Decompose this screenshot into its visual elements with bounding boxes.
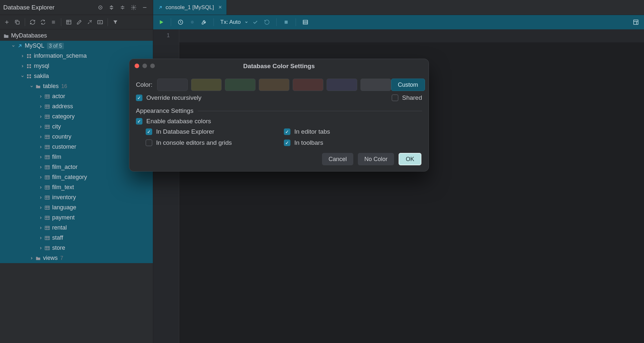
chevron-right-icon[interactable] xyxy=(38,94,44,99)
refresh-icon[interactable] xyxy=(28,17,37,27)
chevron-right-icon[interactable] xyxy=(38,124,44,130)
chevron-down-icon[interactable] xyxy=(10,43,16,49)
chevron-right-icon[interactable] xyxy=(38,114,44,120)
chevron-right-icon[interactable] xyxy=(38,104,44,110)
jump-icon[interactable] xyxy=(85,17,95,27)
in-console-checkbox[interactable] xyxy=(146,140,152,146)
svg-rect-23 xyxy=(45,125,49,128)
filter-icon[interactable] xyxy=(110,17,120,27)
chevron-right-icon[interactable] xyxy=(20,53,25,59)
tree-datasource[interactable]: MySQL 3 of 5 xyxy=(0,41,153,51)
color-swatch[interactable] xyxy=(225,79,256,91)
collapse-all-icon[interactable] xyxy=(118,3,127,12)
panel-header: Database Explorer xyxy=(0,0,153,15)
override-checkbox[interactable] xyxy=(136,95,142,101)
in-toolbars-checkbox[interactable] xyxy=(284,140,290,146)
chevron-right-icon[interactable] xyxy=(29,255,35,261)
editor-tabbar: console_1 [MySQL] × xyxy=(153,0,644,15)
chevron-right-icon[interactable] xyxy=(38,164,44,170)
expand-all-icon[interactable] xyxy=(107,3,116,12)
in-explorer-checkbox[interactable] xyxy=(146,128,152,135)
svg-rect-22 xyxy=(45,115,49,118)
svg-rect-39 xyxy=(303,20,308,24)
svg-rect-13 xyxy=(29,64,31,66)
color-swatch[interactable] xyxy=(360,79,391,91)
shared-checkbox[interactable] xyxy=(392,95,398,101)
shared-label: Shared xyxy=(402,94,422,101)
tx-mode[interactable]: Tx: Auto xyxy=(220,19,241,25)
tree-table[interactable]: language xyxy=(0,202,153,213)
dialog-titlebar[interactable]: Database Color Settings xyxy=(129,59,429,73)
tab-label: console_1 [MySQL] xyxy=(166,4,214,11)
run-icon[interactable] xyxy=(156,17,166,27)
chevron-right-icon[interactable] xyxy=(38,174,44,180)
tree-root[interactable]: MyDatabases xyxy=(0,31,153,41)
output-icon[interactable] xyxy=(300,17,310,27)
in-toolbars-label: In toolbars xyxy=(294,139,323,146)
tree-table[interactable]: inventory xyxy=(0,192,153,202)
svg-rect-17 xyxy=(29,74,31,76)
color-swatch[interactable] xyxy=(327,79,357,91)
chevron-right-icon[interactable] xyxy=(38,225,44,231)
duplicate-icon[interactable] xyxy=(12,17,22,27)
edit-icon[interactable] xyxy=(74,17,84,27)
tree-table[interactable]: film_text xyxy=(0,182,153,192)
layout-icon[interactable] xyxy=(631,17,641,27)
gear-icon[interactable] xyxy=(129,3,139,12)
table-icon[interactable] xyxy=(64,17,74,27)
stop-icon[interactable] xyxy=(49,17,58,27)
color-swatch[interactable] xyxy=(157,79,188,91)
chevron-right-icon[interactable] xyxy=(38,215,44,221)
color-swatch[interactable] xyxy=(191,79,222,91)
console-icon[interactable]: QL xyxy=(95,17,105,27)
chevron-right-icon[interactable] xyxy=(38,154,44,160)
window-close-icon[interactable] xyxy=(135,64,139,68)
chevron-right-icon[interactable] xyxy=(20,63,25,69)
schema-icon xyxy=(25,53,33,59)
color-swatch[interactable] xyxy=(259,79,289,91)
node-label: MyDatabases xyxy=(11,32,47,39)
chevron-right-icon[interactable] xyxy=(38,134,44,140)
chevron-down-icon[interactable] xyxy=(20,73,25,79)
stop-icon[interactable] xyxy=(281,17,291,27)
color-settings-dialog: Database Color Settings Color: Custom Ov… xyxy=(129,59,429,172)
history-icon[interactable] xyxy=(176,17,185,27)
chevron-right-icon[interactable] xyxy=(38,144,44,150)
cancel-button[interactable]: Cancel xyxy=(322,153,353,165)
in-tabs-checkbox[interactable] xyxy=(284,128,290,135)
table-icon xyxy=(44,125,51,129)
window-min-icon[interactable] xyxy=(142,64,147,68)
ok-button[interactable]: OK xyxy=(399,153,421,165)
chevron-down-icon[interactable] xyxy=(244,20,248,24)
chevron-right-icon[interactable] xyxy=(38,185,44,190)
tree-table[interactable]: store xyxy=(0,243,153,253)
chevron-right-icon[interactable] xyxy=(38,195,44,201)
add-icon[interactable] xyxy=(2,17,12,27)
minimize-icon[interactable] xyxy=(140,3,150,12)
no-color-button[interactable]: No Color xyxy=(358,153,394,165)
table-icon xyxy=(44,205,51,210)
dot-icon[interactable] xyxy=(187,17,197,27)
target-icon[interactable] xyxy=(95,3,105,12)
dialog-title: Database Color Settings xyxy=(243,63,315,70)
enable-colors-checkbox[interactable] xyxy=(136,118,142,125)
color-swatch[interactable] xyxy=(293,79,323,91)
editor-tab[interactable]: console_1 [MySQL] × xyxy=(153,0,227,15)
custom-color-button[interactable]: Custom xyxy=(391,79,425,91)
commit-icon[interactable] xyxy=(250,17,260,27)
tree-table[interactable]: film_category xyxy=(0,172,153,182)
rollback-icon[interactable] xyxy=(262,17,272,27)
close-icon[interactable]: × xyxy=(218,4,222,11)
tree-table[interactable]: staff xyxy=(0,233,153,243)
tree-table[interactable]: rental xyxy=(0,223,153,233)
sync-icon[interactable] xyxy=(38,17,48,27)
chevron-right-icon[interactable] xyxy=(38,235,44,241)
chevron-down-icon[interactable] xyxy=(29,83,35,89)
chevron-right-icon[interactable] xyxy=(38,205,44,211)
tree-views-folder[interactable]: views 7 xyxy=(0,253,153,263)
node-label: mysql xyxy=(34,63,49,69)
window-max-icon[interactable] xyxy=(150,64,155,68)
chevron-right-icon[interactable] xyxy=(38,245,44,251)
tree-table[interactable]: payment xyxy=(0,213,153,223)
wrench-icon[interactable] xyxy=(199,17,209,27)
